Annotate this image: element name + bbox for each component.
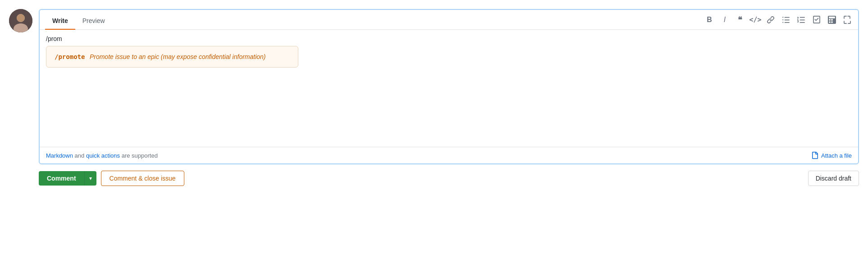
tabs-left: Write Preview — [45, 14, 112, 29]
editor-text-content: /prom — [46, 35, 852, 42]
task-list-icon[interactable] — [811, 14, 822, 25]
footer-supported-text: are supported — [122, 152, 158, 159]
quote-icon[interactable]: ❝ — [735, 14, 745, 25]
quick-actions-link[interactable]: quick actions — [86, 152, 120, 159]
comment-dropdown-button[interactable]: ▾ — [84, 171, 96, 186]
avatar — [9, 9, 32, 32]
editor-tabs: Write Preview B I ❝ </> — [40, 10, 858, 30]
tab-preview[interactable]: Preview — [75, 14, 112, 30]
svg-point-3 — [17, 14, 25, 22]
actions-left: Comment ▾ Comment & close issue — [39, 171, 184, 186]
code-icon[interactable]: </> — [750, 14, 761, 25]
close-issue-button[interactable]: Comment & close issue — [101, 171, 184, 186]
comment-button[interactable]: Comment — [39, 171, 84, 186]
attach-file-icon — [811, 152, 818, 159]
editor-body[interactable]: /prom /promote Promote issue to an epic … — [40, 30, 858, 147]
autocomplete-dropdown[interactable]: /promote Promote issue to an epic (may e… — [46, 46, 298, 68]
unordered-list-icon[interactable] — [781, 14, 791, 25]
attach-file-button[interactable]: Attach a file — [811, 152, 852, 159]
toolbar-icons: B I ❝ </> — [704, 14, 853, 29]
dropdown-arrow-icon: ▾ — [89, 175, 92, 181]
link-icon[interactable] — [765, 14, 776, 25]
footer-and-text: and — [75, 152, 86, 159]
attach-file-label: Attach a file — [821, 152, 852, 159]
footer-support-text: Markdown and quick actions are supported — [46, 152, 158, 159]
discard-draft-button[interactable]: Discard draft — [808, 171, 859, 186]
editor-container: Write Preview B I ❝ </> — [9, 9, 859, 164]
editor-wrapper: Write Preview B I ❝ </> — [39, 9, 859, 164]
italic-icon[interactable]: I — [719, 14, 730, 25]
autocomplete-description: Promote issue to an epic (may expose con… — [90, 53, 266, 60]
autocomplete-command: /promote — [55, 53, 85, 60]
avatar-image — [9, 9, 32, 32]
fullscreen-icon[interactable] — [842, 14, 853, 25]
ordered-list-icon[interactable] — [796, 14, 807, 25]
table-icon[interactable] — [827, 14, 837, 25]
bold-icon[interactable]: B — [704, 14, 715, 25]
editor-footer: Markdown and quick actions are supported… — [40, 147, 858, 163]
markdown-link[interactable]: Markdown — [46, 152, 73, 159]
actions-row: Comment ▾ Comment & close issue Discard … — [9, 171, 859, 186]
comment-button-group: Comment ▾ — [39, 171, 96, 186]
tab-write[interactable]: Write — [45, 14, 75, 30]
